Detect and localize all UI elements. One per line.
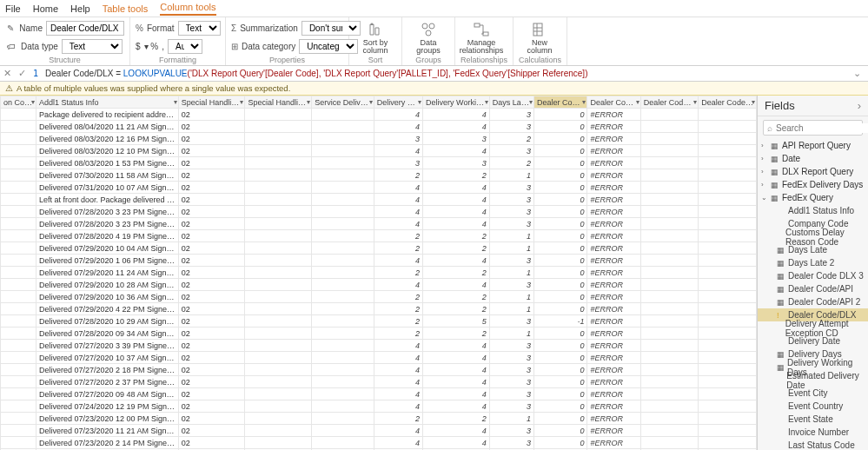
table-cell[interactable]: #ERROR bbox=[587, 279, 640, 291]
table-cell[interactable] bbox=[640, 352, 699, 364]
column-header[interactable]: Dealer Code/API▾ bbox=[587, 96, 640, 109]
table-cell[interactable] bbox=[245, 413, 312, 425]
table-cell[interactable]: 0 bbox=[534, 340, 587, 352]
table-cell[interactable]: 3 bbox=[489, 400, 533, 413]
fields-table-node[interactable]: ›▦API Report Query bbox=[758, 139, 868, 152]
table-cell[interactable] bbox=[312, 109, 374, 121]
table-cell[interactable]: Delivered 07/27/2020 3 39 PM Signed for … bbox=[36, 340, 178, 352]
table-cell[interactable] bbox=[640, 400, 699, 413]
table-cell[interactable] bbox=[699, 328, 757, 340]
column-header[interactable]: Delivery Working Days▾ bbox=[423, 96, 490, 109]
table-cell[interactable]: 0 bbox=[534, 109, 587, 121]
table-cell[interactable]: #ERROR bbox=[587, 352, 640, 364]
fields-table-node[interactable]: ›▦DLX Report Query bbox=[758, 165, 868, 178]
table-cell[interactable]: #ERROR bbox=[587, 218, 640, 230]
table-cell[interactable]: 0 bbox=[534, 400, 587, 413]
table-cell[interactable]: 4 bbox=[374, 279, 422, 291]
table-cell[interactable]: 2 bbox=[374, 315, 422, 328]
table-row[interactable]: Delivered 07/29/2020 1 06 PM Signed for … bbox=[1, 255, 757, 267]
table-cell[interactable] bbox=[245, 157, 312, 169]
table-cell[interactable] bbox=[699, 109, 757, 121]
table-cell[interactable] bbox=[312, 145, 374, 157]
table-row[interactable]: Delivered 08/04/2020 11 21 AM Signed for… bbox=[1, 121, 757, 133]
table-cell[interactable] bbox=[699, 145, 757, 157]
table-cell[interactable]: Delivered 07/27/2020 2 18 PM Signed for … bbox=[36, 364, 178, 376]
fields-field-node[interactable]: Event State bbox=[758, 413, 868, 426]
table-cell[interactable]: 0 bbox=[534, 133, 587, 145]
table-cell[interactable]: #ERROR bbox=[587, 206, 640, 218]
table-cell[interactable]: 3 bbox=[489, 388, 533, 400]
table-cell[interactable]: 2 bbox=[423, 328, 490, 340]
table-cell[interactable] bbox=[640, 218, 699, 230]
fields-table-node[interactable]: ›▦FedEx Delivery Days bbox=[758, 178, 868, 191]
table-cell[interactable] bbox=[312, 376, 374, 388]
table-cell[interactable]: 1 bbox=[489, 413, 533, 425]
table-cell[interactable] bbox=[312, 230, 374, 242]
table-cell[interactable]: 3 bbox=[489, 279, 533, 291]
table-cell[interactable]: 2 bbox=[374, 169, 422, 182]
table-cell[interactable]: 0 bbox=[534, 437, 587, 449]
table-cell[interactable]: 0 bbox=[534, 242, 587, 255]
table-cell[interactable]: 2 bbox=[423, 303, 490, 315]
fields-field-node[interactable]: ▦Dealer Code/API 2 bbox=[758, 295, 868, 308]
table-cell[interactable] bbox=[699, 194, 757, 206]
table-cell[interactable] bbox=[245, 352, 312, 364]
column-header[interactable]: on Code▾ bbox=[1, 96, 36, 109]
formula-commit[interactable]: ✓ bbox=[18, 68, 26, 79]
table-cell[interactable]: #ERROR bbox=[587, 413, 640, 425]
table-cell[interactable] bbox=[312, 425, 374, 437]
table-cell[interactable]: 02 bbox=[178, 425, 245, 437]
table-cell[interactable] bbox=[1, 206, 36, 218]
table-cell[interactable]: 2 bbox=[423, 267, 490, 279]
table-cell[interactable]: 3 bbox=[489, 352, 533, 364]
table-cell[interactable] bbox=[699, 133, 757, 145]
table-row[interactable]: Delivered 07/30/2020 11 58 AM Signed for… bbox=[1, 169, 757, 182]
table-cell[interactable] bbox=[245, 182, 312, 194]
table-cell[interactable]: 2 bbox=[374, 230, 422, 242]
table-cell[interactable]: Delivered 07/29/2020 11 24 AM Signed for… bbox=[36, 267, 178, 279]
table-cell[interactable]: 02 bbox=[178, 242, 245, 255]
table-cell[interactable]: Delivered 07/31/2020 10 07 AM Signed for… bbox=[36, 182, 178, 194]
table-cell[interactable] bbox=[245, 133, 312, 145]
table-cell[interactable] bbox=[699, 169, 757, 182]
table-cell[interactable] bbox=[245, 194, 312, 206]
table-cell[interactable]: 4 bbox=[374, 340, 422, 352]
table-cell[interactable]: 4 bbox=[423, 364, 490, 376]
formula-text[interactable]: Dealer Code/DLX = LOOKUPVALUE('DLX Repor… bbox=[45, 69, 843, 78]
table-cell[interactable] bbox=[1, 242, 36, 255]
fields-tree[interactable]: ›▦API Report Query›▦Date›▦DLX Report Que… bbox=[758, 139, 868, 450]
fields-field-node[interactable]: Delivery Attempt Exception CD bbox=[758, 321, 868, 334]
table-cell[interactable]: 02 bbox=[178, 291, 245, 303]
table-cell[interactable] bbox=[312, 279, 374, 291]
table-cell[interactable]: 4 bbox=[374, 145, 422, 157]
table-cell[interactable] bbox=[312, 121, 374, 133]
table-cell[interactable]: Package delivered to recipient address -… bbox=[36, 109, 178, 121]
table-cell[interactable] bbox=[245, 400, 312, 413]
formula-bar[interactable]: ✕ ✓ 1 Dealer Code/DLX = LOOKUPVALUE('DLX… bbox=[0, 66, 868, 82]
table-cell[interactable]: 3 bbox=[489, 121, 533, 133]
table-cell[interactable]: 02 bbox=[178, 109, 245, 121]
table-cell[interactable]: 2 bbox=[423, 291, 490, 303]
table-cell[interactable]: 0 bbox=[534, 364, 587, 376]
table-cell[interactable]: Delivered 07/27/2020 10 37 AM Signed for… bbox=[36, 352, 178, 364]
table-cell[interactable] bbox=[640, 315, 699, 328]
table-cell[interactable] bbox=[245, 291, 312, 303]
sort-by-column-button[interactable]: Sort by column bbox=[354, 20, 396, 55]
table-cell[interactable]: 02 bbox=[178, 121, 245, 133]
table-cell[interactable] bbox=[1, 340, 36, 352]
table-cell[interactable] bbox=[699, 182, 757, 194]
column-header[interactable]: Dealer Code DLX 3▾ bbox=[699, 96, 757, 109]
table-cell[interactable]: 4 bbox=[423, 121, 490, 133]
table-cell[interactable] bbox=[640, 242, 699, 255]
table-row[interactable]: Delivered 07/28/2020 3 23 PM Signed for … bbox=[1, 218, 757, 230]
table-cell[interactable]: 4 bbox=[423, 376, 490, 388]
table-cell[interactable]: 02 bbox=[178, 413, 245, 425]
table-cell[interactable]: 2 bbox=[489, 157, 533, 169]
column-header[interactable]: Dealer Code/DLX▾ bbox=[534, 96, 587, 109]
table-cell[interactable]: 3 bbox=[489, 315, 533, 328]
table-row[interactable]: Delivered 07/23/2020 11 21 AM Signed for… bbox=[1, 425, 757, 437]
menu-column-tools[interactable]: Column tools bbox=[160, 2, 215, 16]
formula-cancel[interactable]: ✕ bbox=[3, 68, 11, 79]
table-cell[interactable]: 2 bbox=[374, 303, 422, 315]
table-row[interactable]: Package delivered to recipient address -… bbox=[1, 109, 757, 121]
